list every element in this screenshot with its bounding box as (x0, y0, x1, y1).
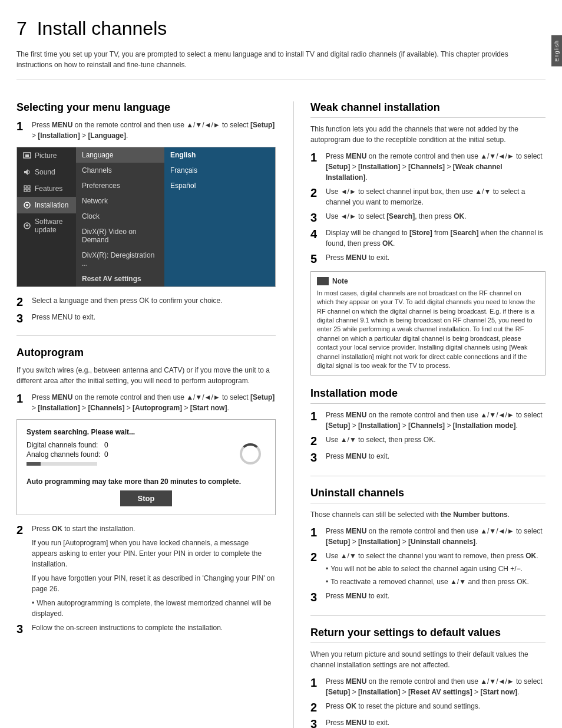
step-language-1: 1 Press MENU on the remote control and t… (16, 120, 276, 141)
return-defaults-intro: When you return picture and sound settin… (310, 649, 546, 670)
page-title: 7 Install channels (16, 18, 546, 39)
step-weak-3: 3 Use ◄/► to select [Search], then press… (310, 211, 546, 224)
step-instmode-2: 2 Use ▲/▼ to select, then press OK. (310, 434, 546, 447)
section-title-installation-mode: Installation mode (310, 387, 546, 404)
autoprogram-progress-bar (27, 462, 41, 466)
installation-icon (23, 201, 31, 209)
section-weak-channel: Weak channel installation This function … (310, 101, 546, 375)
menu-item-picture: Picture (17, 147, 76, 164)
step-weak-2: 2 Use ◄/► to select channel input box, t… (310, 186, 546, 207)
sound-icon (23, 168, 31, 176)
svg-point-8 (26, 204, 28, 206)
autoprogram-progress-box: System searching. Please wait... Digital… (16, 419, 276, 515)
section-uninstall-channels: Uninstall channels Those channels can st… (310, 487, 546, 604)
autoprogram-analog-row: Analog channels found: 0 (27, 450, 108, 459)
autoprogram-digital-row: Digital channels found: 0 (27, 441, 108, 449)
menu-col2-divx-dereg: DivX(R): Deregistration ... (76, 248, 164, 271)
menu-item-sound: Sound (17, 164, 76, 180)
section-title-autoprogram: Autoprogram (16, 347, 276, 359)
stop-button[interactable]: Stop (120, 490, 173, 506)
step-uninstall-1: 1 Press MENU on the remote control and t… (310, 526, 546, 547)
weak-channel-note: Note In most cases, digital channels are… (310, 271, 546, 375)
step-instmode-1: 1 Press MENU on the remote control and t… (310, 410, 546, 431)
note-header: Note (317, 276, 539, 286)
weak-channel-intro: This function lets you add the channels … (310, 124, 546, 145)
section-installation-mode: Installation mode 1 Press MENU on the re… (310, 387, 546, 464)
menu-col2-clock: Clock (76, 209, 164, 224)
section-title-language: Selecting your menu language (16, 101, 276, 114)
note-icon (317, 277, 329, 285)
section-title-weak-channel: Weak channel installation (310, 101, 546, 118)
side-tab-english: English (551, 35, 562, 67)
step-uninstall-2: 2 Use ▲/▼ to select the channel you want… (310, 551, 546, 587)
step-weak-1: 1 Press MENU on the remote control and t… (310, 151, 546, 183)
picture-icon (23, 151, 31, 160)
step-autoprogram-2: 2 Press OK to start the installation. If… (16, 523, 276, 619)
section-title-uninstall: Uninstall channels (310, 487, 546, 503)
step-weak-4: 4 Display will be changed to [Store] fro… (310, 228, 546, 249)
section-selecting-language: Selecting your menu language 1 Press MEN… (16, 101, 276, 325)
menu-col2-preferences: Preferences (76, 178, 164, 193)
menu-col2-divx-vod: DivX(R) Video on Demand (76, 224, 164, 248)
menu-col2-channels: Channels (76, 163, 164, 178)
menu-screenshot-language: Picture Sound Features (16, 147, 276, 287)
menu-col2-network: Network (76, 193, 164, 209)
autoprogram-spinner (240, 443, 261, 465)
svg-rect-1 (25, 154, 29, 157)
uninstall-intro: Those channels can still be selected wit… (310, 509, 546, 520)
step-instmode-3: 3 Press MENU to exit. (310, 451, 546, 464)
page-intro: The first time you set up your TV, you a… (16, 49, 546, 80)
svg-rect-6 (28, 189, 30, 192)
step-weak-5: 5 Press MENU to exit. (310, 252, 546, 265)
step-language-2: 2 Select a language and then press OK to… (16, 295, 276, 308)
svg-rect-4 (28, 186, 30, 188)
menu-col2-language: Language (76, 147, 164, 163)
step-autoprogram-1: 1 Press MENU on the remote control and t… (16, 392, 276, 413)
menu-item-features: Features (17, 180, 76, 197)
step-language-3: 3 Press MENU to exit. (16, 312, 276, 325)
section-return-defaults: Return your settings to default values W… (310, 627, 546, 728)
note-text: In most cases, digital channels are not … (317, 289, 539, 371)
autoprogram-progress-bar-container (27, 462, 97, 466)
step-defaults-3: 3 Press MENU to exit. (310, 717, 546, 728)
svg-marker-2 (24, 169, 28, 175)
autoprogram-searching-text: System searching. Please wait... (27, 428, 266, 436)
autoprogram-intro: If you switch wires (e.g., between anten… (16, 365, 276, 386)
section-autoprogram: Autoprogram If you switch wires (e.g., b… (16, 347, 276, 635)
features-icon (23, 185, 31, 193)
menu-col3-francais: Français (164, 163, 275, 178)
stop-button-container: Stop (27, 490, 266, 506)
step-uninstall-3: 3 Press MENU to exit. (310, 591, 546, 604)
autoprogram-warning: Auto programming may take more than 20 m… (27, 477, 266, 486)
step-autoprogram-3: 3 Follow the on-screen instructions to c… (16, 622, 276, 635)
menu-col3-english: English (164, 147, 275, 163)
step-defaults-2: 2 Press OK to reset the picture and soun… (310, 701, 546, 714)
svg-rect-3 (24, 186, 27, 188)
svg-rect-5 (24, 189, 27, 192)
menu-col1: Picture Sound Features (17, 147, 76, 286)
update-icon (23, 222, 31, 230)
menu-col3-espanol: Español (164, 178, 275, 193)
step-defaults-1: 1 Press MENU on the remote control and t… (310, 676, 546, 697)
menu-col3: English Français Español (164, 147, 275, 286)
menu-col2-reset-av: Reset AV settings (76, 271, 164, 286)
menu-item-installation: Installation (17, 197, 76, 213)
section-title-return-defaults: Return your settings to default values (310, 627, 546, 643)
menu-item-software-update: Software update (17, 213, 76, 238)
menu-col2: Language Channels Preferences Network Cl… (76, 147, 164, 286)
